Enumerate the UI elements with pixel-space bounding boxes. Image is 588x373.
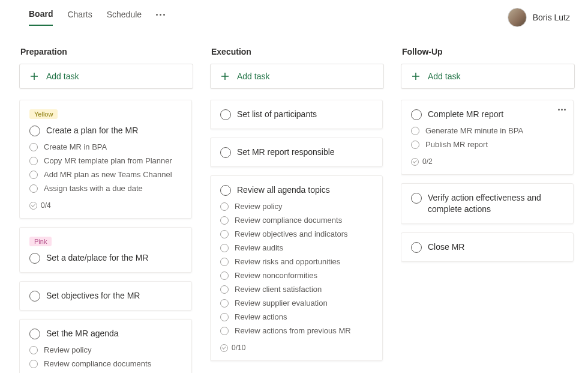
task-card[interactable]: Close MR: [401, 232, 574, 262]
complete-toggle[interactable]: [29, 291, 40, 302]
subtask-label: Review audits: [235, 243, 283, 252]
card-title-row: Verify action effectiveness and complete…: [411, 192, 563, 215]
card-title: Set objectives for the MR: [46, 290, 182, 302]
subtask-toggle[interactable]: [220, 216, 229, 225]
more-icon[interactable]: [156, 14, 165, 22]
subtask-list: Review policyReview compliance documents: [29, 345, 182, 368]
complete-toggle[interactable]: [411, 193, 422, 204]
card-title-row: Set MR report responsible: [220, 147, 373, 158]
plus-icon: [220, 71, 230, 81]
subtask-toggle[interactable]: [220, 230, 229, 238]
task-card[interactable]: Set MR report responsible: [210, 138, 383, 167]
subtask-toggle[interactable]: [220, 299, 229, 308]
card-title: Set the MR agenda: [46, 328, 182, 339]
subtask-toggle[interactable]: [29, 184, 38, 193]
add-task-button[interactable]: Add task: [210, 64, 384, 89]
card-title-row: Create a plan for the MR: [29, 125, 182, 136]
subtask[interactable]: Review policy: [29, 345, 182, 354]
card-title: Verify action effectiveness and complete…: [428, 192, 563, 215]
card-menu-icon[interactable]: [558, 109, 566, 111]
card-title: Set a date/place for the MR: [46, 252, 182, 264]
complete-toggle[interactable]: [411, 242, 422, 253]
subtask-list: Review policyReview compliance documents…: [220, 202, 373, 335]
subtask-counter: 0/4: [29, 201, 182, 210]
subtask-toggle[interactable]: [29, 157, 38, 165]
subtask-label: Review objectives and indicators: [235, 229, 348, 238]
complete-toggle[interactable]: [29, 253, 40, 264]
check-circle-icon: [411, 158, 419, 166]
subtask[interactable]: Review nonconformities: [220, 271, 373, 280]
complete-toggle[interactable]: [220, 147, 231, 158]
subtask[interactable]: Generate MR minute in BPA: [411, 126, 563, 135]
subtask[interactable]: Publish MR report: [411, 140, 563, 149]
subtask[interactable]: Review client satisfaction: [220, 285, 373, 294]
card-list: Set list of participantsSet MR report re…: [210, 100, 384, 373]
task-card[interactable]: YellowCreate a plan for the MRCreate MR …: [19, 100, 192, 219]
add-task-label: Add task: [237, 71, 269, 81]
subtask[interactable]: Copy MR template plan from Planner: [29, 156, 182, 165]
subtask-toggle[interactable]: [29, 143, 38, 151]
complete-toggle[interactable]: [220, 109, 231, 120]
card-title-row: Set the MR agenda: [29, 328, 182, 339]
subtask-toggle[interactable]: [411, 127, 419, 135]
complete-toggle[interactable]: [411, 109, 422, 120]
tab-schedule[interactable]: Schedule: [107, 10, 142, 25]
plus-icon: [411, 71, 421, 81]
task-card[interactable]: Review all agenda topicsReview policyRev…: [210, 175, 383, 361]
subtask-toggle[interactable]: [220, 327, 229, 335]
card-title-row: Complete MR report: [411, 109, 563, 120]
subtask-list: Generate MR minute in BPAPublish MR repo…: [411, 126, 563, 149]
subtask-label: Review compliance documents: [44, 359, 151, 368]
subtask-toggle[interactable]: [29, 360, 38, 368]
subtask[interactable]: Review risks and opportunities: [220, 257, 373, 266]
subtask[interactable]: Review actions: [220, 312, 373, 321]
subtask[interactable]: Review audits: [220, 243, 373, 252]
complete-toggle[interactable]: [220, 185, 231, 196]
subtask[interactable]: Review actions from previous MR: [220, 326, 373, 335]
task-card[interactable]: Set list of participants: [210, 100, 383, 129]
counter-value: 0/10: [232, 344, 245, 352]
subtask-label: Review compliance documents: [235, 216, 342, 225]
task-card[interactable]: PinkSet a date/place for the MR: [19, 227, 192, 273]
subtask[interactable]: Review compliance documents: [220, 216, 373, 225]
subtask-toggle[interactable]: [220, 271, 229, 280]
subtask-toggle[interactable]: [29, 171, 38, 179]
subtask[interactable]: Create MR in BPA: [29, 142, 182, 151]
column: PreparationAdd taskYellowCreate a plan f…: [19, 47, 193, 373]
subtask[interactable]: Review objectives and indicators: [220, 229, 373, 238]
avatar: [508, 8, 527, 27]
user-menu[interactable]: Boris Lutz: [508, 8, 570, 27]
task-card[interactable]: Set objectives for the MR: [19, 281, 192, 311]
add-task-button[interactable]: Add task: [401, 64, 575, 89]
tab-board[interactable]: Board: [29, 9, 53, 26]
task-card[interactable]: Complete MR reportGenerate MR minute in …: [401, 100, 574, 175]
user-name: Boris Lutz: [533, 13, 570, 22]
subtask-label: Generate MR minute in BPA: [425, 126, 523, 135]
subtask[interactable]: Review compliance documents: [29, 359, 182, 368]
subtask-toggle[interactable]: [411, 141, 419, 149]
subtask[interactable]: Assign tasks with a due date: [29, 184, 182, 193]
card-title: Review all agenda topics: [237, 184, 373, 196]
subtask-toggle[interactable]: [220, 258, 229, 266]
task-card[interactable]: Verify action effectiveness and complete…: [401, 183, 574, 224]
complete-toggle[interactable]: [29, 329, 40, 339]
subtask-toggle[interactable]: [29, 346, 38, 354]
plus-icon: [29, 71, 39, 81]
subtask-label: Review client satisfaction: [235, 285, 322, 294]
subtask-label: Review policy: [44, 345, 91, 354]
subtask[interactable]: Review policy: [220, 202, 373, 211]
subtask-toggle[interactable]: [220, 244, 229, 252]
subtask-toggle[interactable]: [220, 285, 229, 294]
task-card[interactable]: Set the MR agendaReview policyReview com…: [19, 319, 192, 373]
subtask-label: Review policy: [235, 202, 282, 211]
subtask-toggle[interactable]: [220, 313, 229, 321]
card-title: Close MR: [428, 241, 563, 253]
card-list: YellowCreate a plan for the MRCreate MR …: [19, 100, 193, 373]
subtask[interactable]: Add MR plan as new Teams Channel: [29, 170, 182, 179]
column: ExecutionAdd taskSet list of participant…: [210, 47, 384, 373]
add-task-button[interactable]: Add task: [19, 64, 193, 89]
tab-charts[interactable]: Charts: [67, 10, 92, 25]
subtask[interactable]: Review supplier evaluation: [220, 299, 373, 308]
subtask-toggle[interactable]: [220, 202, 229, 211]
complete-toggle[interactable]: [29, 126, 40, 136]
